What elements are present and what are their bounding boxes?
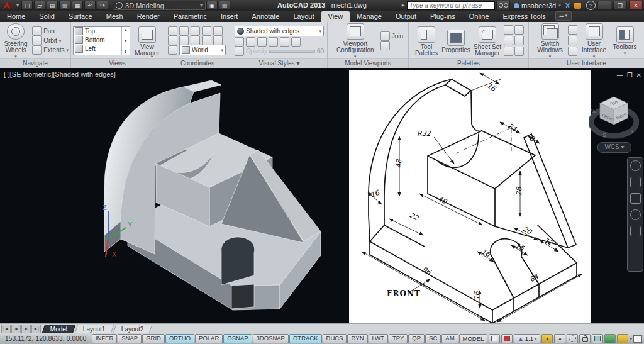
tab-manage[interactable]: Manage [350,11,389,22]
view-manager-button[interactable]: View Manager [133,25,162,57]
qat-extra2-button[interactable]: ▥ [219,1,230,10]
qat-saveas-button[interactable]: ▥ [59,1,70,10]
panel-caption-views[interactable]: Views [71,58,164,68]
annotation-scale-button[interactable]: ▲1:1▾ [514,334,540,343]
palette-tool-icon[interactable] [514,25,524,35]
toggle-osnap[interactable]: OSNAP [223,334,252,343]
qat-open-button[interactable]: ▱ [34,1,45,10]
toggle-3dosnap[interactable]: 3DOSNAP [253,334,289,343]
trustedDWG-icon[interactable] [617,334,628,343]
visual-style-combo[interactable]: Shaded with edges ▾ [235,26,324,36]
coordinates-readout[interactable]: 153.1172, 120.8633, 0.0000 [0,335,92,342]
model-space-viewport[interactable]: [-][SE Isometric][Shaded with edges] [0,68,644,323]
vp-minimize-icon[interactable]: — [617,72,623,79]
wcs-button[interactable]: WCS ▾ [597,142,631,153]
tab-home[interactable]: Home [0,11,32,22]
logo-dropdown-icon[interactable]: ▾ [16,3,19,8]
ucs-icon[interactable] [168,36,177,45]
qat-redo-button[interactable]: ↷ [97,1,108,10]
ribbon-collapse-button[interactable]: ▬ ▾ [555,11,572,21]
workspace-selector[interactable]: 3D Modeling ▾ [113,1,206,10]
tile-windows-icon[interactable] [568,36,577,45]
toolbar-lock-icon[interactable] [579,334,591,343]
search-icon[interactable] [496,1,510,11]
orbit-tool-icon[interactable] [630,209,641,220]
tool-palettes-button[interactable]: Tool Palettes [413,25,440,57]
ucs-named-icon[interactable] [168,45,177,55]
viewport-configuration-button[interactable]: Viewport Configuration▾ [333,22,378,60]
clean-screen-button[interactable] [633,335,642,343]
views-list-item-top[interactable]: Top [74,27,121,36]
tab-layout2[interactable]: Layout2 [113,325,152,333]
prev-tab-button[interactable]: ◄ [11,325,21,333]
opacity-slider[interactable]: Opacity 60 [246,48,324,55]
last-tab-button[interactable]: ►| [31,325,41,333]
views-list-item-left[interactable]: Left [74,45,121,53]
exchange-apps-icon[interactable]: X [565,2,570,9]
extents-button[interactable]: Extents▾ [32,46,69,54]
tab-mesh[interactable]: Mesh [99,11,130,22]
sheet-set-manager-button[interactable]: Sheet Set Manager [472,25,502,57]
visual-style-tool-icon[interactable] [269,37,278,47]
scroll-down-icon[interactable]: ▼ [123,38,128,43]
panel-caption-coordinates[interactable]: Coordinates [164,58,231,68]
toggle-sc[interactable]: SC [425,334,441,343]
visual-style-tool-icon[interactable] [246,37,255,47]
qat-plot-button[interactable]: ▦ [72,1,83,10]
tile-windows-icon[interactable] [568,47,577,56]
tab-output[interactable]: Output [389,11,423,22]
palette-tool-icon[interactable] [504,25,513,35]
toggle-tpy[interactable]: TPY [389,334,408,343]
ucs-icon[interactable] [213,36,223,45]
vp-restore-icon[interactable]: ❐ [627,72,633,79]
tab-surface[interactable]: Surface [62,11,99,22]
ucs-icon[interactable] [202,26,211,36]
visual-style-tool-icon[interactable] [280,37,289,47]
viewcube[interactable]: W S E TOP FRONT RIGHT [589,92,639,141]
autoscale-icon[interactable]: ▲ [554,334,565,343]
autocad-logo-icon[interactable] [0,0,16,11]
hardware-acceleration-icon[interactable] [592,334,603,343]
tab-view[interactable]: View [321,11,350,22]
tab-online[interactable]: Online [462,11,496,22]
steering-wheels-button[interactable]: Steering Wheels▾ [2,22,30,60]
search-expand-icon[interactable]: ► [401,3,406,8]
palette-tool-icon[interactable] [514,47,524,56]
panel-caption-model-viewports[interactable]: Model Viewports [328,58,408,68]
tile-windows-icon[interactable] [568,25,577,35]
orbit-button[interactable]: Orbit▾ [32,36,69,45]
views-list-scrollbar[interactable]: ▲▼⇟ [121,27,130,55]
toggle-lwt[interactable]: LWT [369,334,388,343]
zoom-tool-icon[interactable] [630,193,641,204]
tab-layout[interactable]: Layout [286,11,321,22]
ucs-icon[interactable] [168,26,177,36]
qat-undo-button[interactable]: ↶ [84,1,96,10]
visual-style-tool-icon[interactable] [291,37,301,47]
ucs-icon[interactable] [213,26,223,36]
quick-view-drawings-icon[interactable] [501,334,513,343]
xray-icon[interactable] [235,47,244,56]
toggle-ducs[interactable]: DUCS [323,334,347,343]
vp-close-icon[interactable]: ✕ [636,72,641,79]
qat-new-button[interactable]: ▢ [21,1,33,10]
showmotion-icon[interactable] [630,226,641,236]
switch-windows-button[interactable]: Switch Windows▾ [535,22,566,60]
user-interface-button[interactable]: User Interface▾ [579,22,609,60]
tab-insert[interactable]: Insert [214,11,245,22]
workspace-switching-icon[interactable] [567,334,578,343]
ucs-icon[interactable] [191,36,200,45]
quick-view-layouts-icon[interactable] [489,334,500,343]
toggle-snap[interactable]: SNAP [118,334,142,343]
search-input[interactable] [407,1,495,10]
visual-style-tool-icon[interactable] [235,37,244,47]
tab-parametric[interactable]: Parametric [167,11,214,22]
tab-render[interactable]: Render [130,11,167,22]
palette-tool-icon[interactable] [504,47,513,56]
autodesk360-sync-icon[interactable] [604,334,616,343]
annotation-visibility-icon[interactable]: ▲ [541,334,553,343]
tab-solid[interactable]: Solid [32,11,61,22]
restore-button[interactable]: ❐ [613,1,627,10]
qat-save-button[interactable]: ▤ [47,1,58,10]
opacity-track[interactable] [269,50,315,53]
panel-caption-navigate[interactable]: Navigate [0,58,70,68]
